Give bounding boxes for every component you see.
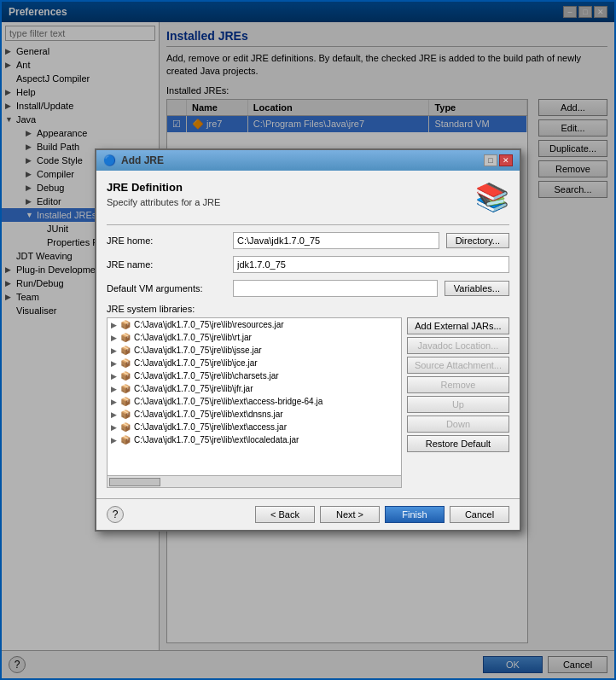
lib-path: C:\Java\jdk1.7.0_75\jre\lib\rt.jar xyxy=(134,333,252,342)
lib-path: C:\Java\jdk1.7.0_75\jre\lib\charsets.jar xyxy=(134,371,279,381)
libraries-label: JRE system libraries: xyxy=(107,304,509,314)
jre-name-label: JRE name: xyxy=(107,259,226,270)
default-vm-label: Default VM arguments: xyxy=(107,283,226,294)
jre-home-row: JRE home: Directory... xyxy=(107,232,509,249)
lib-path: C:\Java\jdk1.7.0_75\jre\lib\ext\access-b… xyxy=(134,397,323,406)
finish-button[interactable]: Finish xyxy=(385,506,445,523)
dialog-cancel-button[interactable]: Cancel xyxy=(450,506,509,523)
list-item[interactable]: ▶ 📦 C:\Java\jdk1.7.0_75\jre\lib\rt.jar xyxy=(108,331,401,344)
source-attachment-button[interactable]: Source Attachment... xyxy=(407,357,509,374)
add-jre-dialog: 🔵 Add JRE □ ✕ JRE Definition Specify att… xyxy=(95,148,521,532)
back-button[interactable]: < Back xyxy=(255,506,315,523)
lib-path: C:\Java\jdk1.7.0_75\jre\lib\ext\localeda… xyxy=(134,435,299,445)
dialog-title-bar: 🔵 Add JRE □ ✕ xyxy=(96,150,520,171)
dialog-footer-right: < Back Next > Finish Cancel xyxy=(255,506,509,523)
lib-icon: 📦 xyxy=(120,333,131,342)
lib-icon: 📦 xyxy=(120,358,131,368)
dialog-divider xyxy=(107,224,509,225)
library-buttons: Add External JARs... Javadoc Location...… xyxy=(407,317,509,488)
list-item[interactable]: ▶ 📦 C:\Java\jdk1.7.0_75\jre\lib\ext\acce… xyxy=(108,395,401,408)
horizontal-scrollbar[interactable] xyxy=(108,475,401,487)
list-item[interactable]: ▶ 📦 C:\Java\jdk1.7.0_75\jre\lib\ext\loca… xyxy=(108,433,401,446)
jre-home-input[interactable] xyxy=(233,232,439,249)
dialog-overlay: 🔵 Add JRE □ ✕ JRE Definition Specify att… xyxy=(2,2,614,678)
lib-path: C:\Java\jdk1.7.0_75\jre\lib\ext\dnsns.ja… xyxy=(134,410,283,419)
expand-icon: ▶ xyxy=(111,385,117,393)
lib-path: C:\Java\jdk1.7.0_75\jre\lib\jfr.jar xyxy=(134,384,253,393)
jre-books-icon: 📚 xyxy=(475,181,509,213)
variables-button[interactable]: Variables... xyxy=(445,281,509,296)
dialog-restore-button[interactable]: □ xyxy=(484,154,497,166)
dialog-section-desc: Specify attributes for a JRE xyxy=(107,197,220,207)
lib-icon: 📦 xyxy=(120,320,131,329)
expand-icon: ▶ xyxy=(111,436,117,445)
jre-home-label: JRE home: xyxy=(107,235,226,246)
dialog-header-text: JRE Definition Specify attributes for a … xyxy=(107,181,220,218)
lib-path: C:\Java\jdk1.7.0_75\jre\lib\resources.ja… xyxy=(134,320,284,329)
expand-icon: ▶ xyxy=(111,410,117,419)
lib-icon: 📦 xyxy=(120,346,131,355)
next-button[interactable]: Next > xyxy=(320,506,380,523)
dialog-icon: 🔵 xyxy=(103,154,116,166)
dialog-title: 🔵 Add JRE xyxy=(103,154,164,166)
down-button[interactable]: Down xyxy=(407,416,509,433)
dialog-body: JRE Definition Specify attributes for a … xyxy=(96,171,520,498)
lib-icon: 📦 xyxy=(120,435,131,445)
list-item[interactable]: ▶ 📦 C:\Java\jdk1.7.0_75\jre\lib\ext\acce… xyxy=(108,421,401,433)
list-item[interactable]: ▶ 📦 C:\Java\jdk1.7.0_75\jre\lib\charsets… xyxy=(108,369,401,382)
up-button[interactable]: Up xyxy=(407,396,509,413)
jre-name-row: JRE name: xyxy=(107,256,509,273)
javadoc-location-button[interactable]: Javadoc Location... xyxy=(407,337,509,354)
expand-icon: ▶ xyxy=(111,398,117,406)
lib-icon: 📦 xyxy=(120,371,131,381)
expand-icon: ▶ xyxy=(111,334,117,342)
lib-icon: 📦 xyxy=(120,410,131,419)
expand-icon: ▶ xyxy=(111,359,117,368)
lib-path: C:\Java\jdk1.7.0_75\jre\lib\jce.jar xyxy=(134,358,258,368)
dialog-section-title: JRE Definition xyxy=(107,181,220,194)
expand-icon: ▶ xyxy=(111,346,117,355)
libraries-container: ▶ 📦 C:\Java\jdk1.7.0_75\jre\lib\resource… xyxy=(107,317,509,488)
preferences-window: Preferences – □ ✕ ▶General ▶Ant AspectJ … xyxy=(0,0,616,680)
default-vm-input[interactable] xyxy=(233,280,438,297)
dialog-title-controls: □ ✕ xyxy=(484,154,513,166)
remove-lib-button[interactable]: Remove xyxy=(407,376,509,393)
restore-default-button[interactable]: Restore Default xyxy=(407,435,509,452)
expand-icon: ▶ xyxy=(111,423,117,432)
dialog-close-button[interactable]: ✕ xyxy=(499,154,513,166)
list-item[interactable]: ▶ 📦 C:\Java\jdk1.7.0_75\jre\lib\jsse.jar xyxy=(108,344,401,357)
list-item[interactable]: ▶ 📦 C:\Java\jdk1.7.0_75\jre\lib\jce.jar xyxy=(108,357,401,369)
libraries-list: ▶ 📦 C:\Java\jdk1.7.0_75\jre\lib\resource… xyxy=(108,318,401,475)
lib-icon: 📦 xyxy=(120,422,131,432)
default-vm-row: Default VM arguments: Variables... xyxy=(107,280,509,297)
scrollbar-thumb[interactable] xyxy=(109,478,160,486)
lib-icon: 📦 xyxy=(120,397,131,406)
list-item[interactable]: ▶ 📦 C:\Java\jdk1.7.0_75\jre\lib\ext\dnsn… xyxy=(108,408,401,421)
dialog-header-row: JRE Definition Specify attributes for a … xyxy=(107,181,509,218)
dialog-footer: ? < Back Next > Finish Cancel xyxy=(96,498,520,530)
lib-path: C:\Java\jdk1.7.0_75\jre\lib\ext\access.j… xyxy=(134,422,287,432)
add-external-jars-button[interactable]: Add External JARs... xyxy=(407,317,509,334)
dialog-help-button[interactable]: ? xyxy=(107,506,124,523)
lib-path: C:\Java\jdk1.7.0_75\jre\lib\jsse.jar xyxy=(134,346,262,355)
jre-name-input[interactable] xyxy=(233,256,509,273)
directory-button[interactable]: Directory... xyxy=(446,233,509,248)
expand-icon: ▶ xyxy=(111,321,117,329)
lib-icon: 📦 xyxy=(120,384,131,393)
list-item[interactable]: ▶ 📦 C:\Java\jdk1.7.0_75\jre\lib\resource… xyxy=(108,318,401,331)
expand-icon: ▶ xyxy=(111,372,117,381)
list-item[interactable]: ▶ 📦 C:\Java\jdk1.7.0_75\jre\lib\jfr.jar xyxy=(108,382,401,395)
